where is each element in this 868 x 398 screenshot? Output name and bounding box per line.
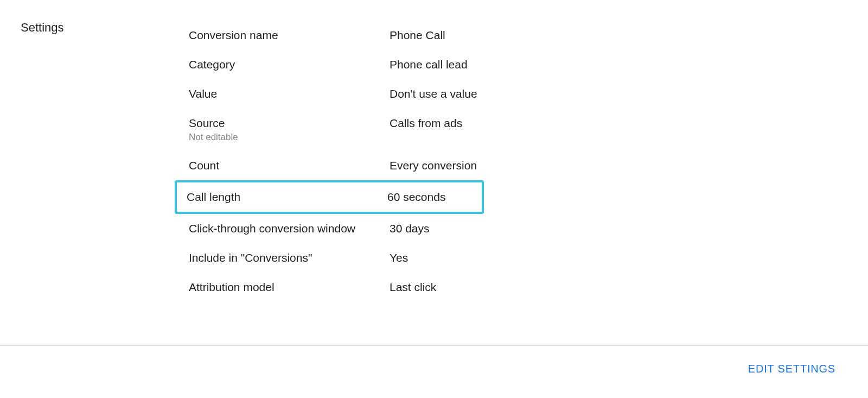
sidebar: Settings [21, 21, 189, 302]
settings-list: Conversion name Phone Call Category Phon… [189, 21, 868, 302]
setting-label: Conversion name [189, 29, 390, 42]
setting-row-click-through-window[interactable]: Click-through conversion window 30 days [177, 214, 868, 243]
sidebar-title: Settings [21, 21, 189, 35]
setting-value: Every conversion [390, 159, 477, 172]
setting-label: Attribution model [189, 281, 390, 294]
setting-label: Count [189, 159, 390, 172]
settings-container: Settings Conversion name Phone Call Cate… [0, 0, 868, 302]
setting-label: Category [189, 58, 390, 71]
setting-row-value[interactable]: Value Don't use a value [177, 79, 868, 109]
setting-value: Last click [390, 281, 436, 294]
setting-value: Yes [390, 251, 408, 264]
setting-row-count[interactable]: Count Every conversion [177, 151, 868, 180]
setting-value: Phone Call [390, 29, 445, 42]
setting-sublabel: Not editable [189, 132, 390, 143]
setting-label: Include in "Conversions" [189, 251, 390, 264]
setting-row-attribution-model[interactable]: Attribution model Last click [177, 273, 868, 302]
setting-row-source: Source Not editable Calls from ads [177, 109, 868, 151]
divider [0, 345, 868, 346]
setting-row-include-in-conversions[interactable]: Include in "Conversions" Yes [177, 243, 868, 273]
setting-row-category[interactable]: Category Phone call lead [177, 50, 868, 79]
setting-label: Call length [187, 191, 387, 204]
setting-value: 60 seconds [387, 191, 445, 204]
setting-label: Source [189, 117, 390, 130]
setting-row-call-length[interactable]: Call length 60 seconds [175, 180, 484, 214]
setting-label: Value [189, 87, 390, 100]
edit-settings-button[interactable]: EDIT SETTINGS [748, 363, 835, 375]
setting-label: Click-through conversion window [189, 222, 390, 235]
setting-value: Calls from ads [390, 117, 462, 130]
setting-value: Don't use a value [390, 87, 477, 100]
setting-value: Phone call lead [390, 58, 468, 71]
setting-value: 30 days [390, 222, 430, 235]
setting-row-conversion-name[interactable]: Conversion name Phone Call [177, 21, 868, 50]
